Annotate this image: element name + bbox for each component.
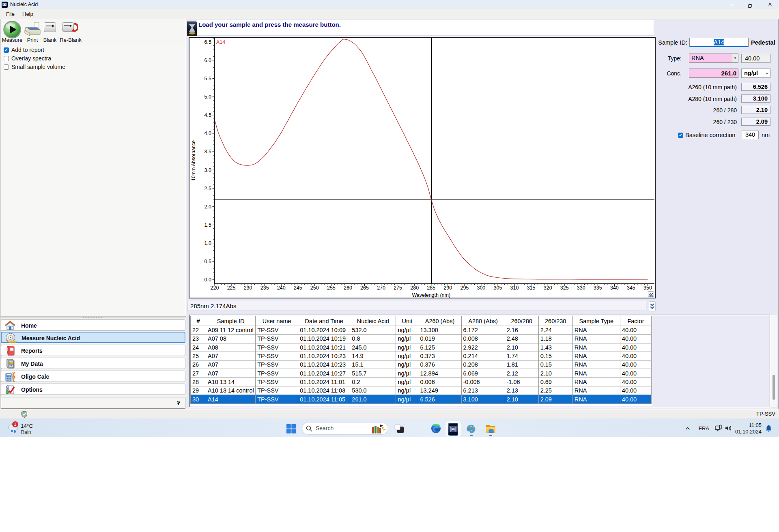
svg-text:10mm Absorbance: 10mm Absorbance bbox=[191, 140, 196, 181]
svg-text:265: 265 bbox=[360, 285, 369, 291]
svg-text:6.5: 6.5 bbox=[204, 39, 211, 45]
svg-text:255: 255 bbox=[327, 285, 336, 291]
svg-text:Wavelength (nm): Wavelength (nm) bbox=[412, 292, 450, 298]
svg-text:5.0: 5.0 bbox=[204, 94, 211, 100]
svg-text:260: 260 bbox=[344, 285, 352, 291]
svg-text:1.0: 1.0 bbox=[204, 240, 211, 246]
svg-text:2.0: 2.0 bbox=[204, 204, 211, 210]
svg-text:A14: A14 bbox=[216, 39, 225, 45]
svg-text:325: 325 bbox=[560, 285, 569, 291]
svg-text:275: 275 bbox=[394, 285, 402, 291]
svg-text:0.5: 0.5 bbox=[204, 259, 211, 264]
svg-text:225: 225 bbox=[227, 285, 236, 291]
svg-text:2.5: 2.5 bbox=[204, 186, 211, 191]
svg-text:250: 250 bbox=[310, 285, 319, 291]
svg-text:305: 305 bbox=[494, 285, 502, 291]
svg-text:245: 245 bbox=[294, 285, 302, 291]
svg-text:335: 335 bbox=[594, 285, 602, 291]
svg-text:240: 240 bbox=[277, 285, 286, 291]
svg-text:6.0: 6.0 bbox=[204, 58, 211, 63]
svg-text:295: 295 bbox=[460, 285, 469, 291]
svg-text:290: 290 bbox=[443, 285, 452, 291]
svg-text:300: 300 bbox=[477, 285, 485, 291]
svg-text:230: 230 bbox=[244, 285, 252, 291]
svg-text:330: 330 bbox=[577, 285, 585, 291]
svg-text:320: 320 bbox=[544, 285, 552, 291]
svg-text:235: 235 bbox=[260, 285, 269, 291]
svg-text:340: 340 bbox=[610, 285, 619, 291]
svg-text:3.5: 3.5 bbox=[204, 149, 211, 154]
svg-text:310: 310 bbox=[510, 285, 519, 291]
svg-text:1.5: 1.5 bbox=[204, 222, 211, 228]
svg-text:5.5: 5.5 bbox=[204, 76, 211, 82]
svg-text:270: 270 bbox=[377, 285, 385, 291]
svg-text:3.0: 3.0 bbox=[204, 167, 211, 173]
svg-text:4.0: 4.0 bbox=[204, 131, 211, 136]
svg-text:315: 315 bbox=[527, 285, 536, 291]
svg-text:285: 285 bbox=[427, 285, 435, 291]
svg-text:345: 345 bbox=[627, 285, 635, 291]
svg-text:280: 280 bbox=[410, 285, 419, 291]
svg-text:4.5: 4.5 bbox=[204, 112, 211, 118]
svg-text:350: 350 bbox=[643, 285, 652, 291]
svg-text:220: 220 bbox=[211, 285, 219, 291]
svg-text:0.0: 0.0 bbox=[204, 277, 211, 283]
